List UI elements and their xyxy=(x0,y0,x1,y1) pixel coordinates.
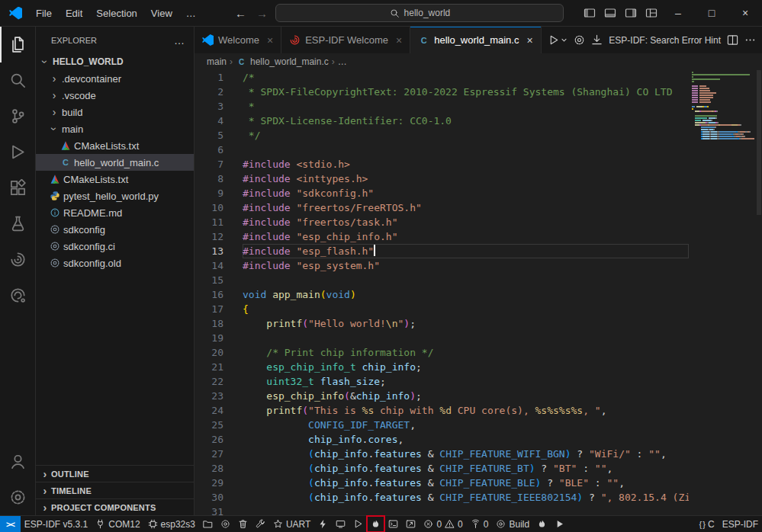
activity-accounts[interactable] xyxy=(0,444,35,479)
status-remote-indicator[interactable]: >< xyxy=(0,516,21,532)
tree-item-cmakelists-txt[interactable]: CMakeLists.txt xyxy=(36,137,194,154)
status-current-project[interactable] xyxy=(199,516,217,532)
tree-item-sdkconfig-ci[interactable]: sdkconfig.ci xyxy=(36,238,194,255)
code-line-7[interactable]: 7#include <stdio.h> xyxy=(195,157,689,171)
editor-scrollbar[interactable] xyxy=(756,70,762,515)
minimize-button[interactable]: – xyxy=(661,0,695,27)
panel-bottom-toggle[interactable] xyxy=(600,2,620,24)
status-execute-command[interactable] xyxy=(402,516,420,532)
code-line-9[interactable]: 9#include "sdkconfig.h" xyxy=(195,186,689,200)
close-tab-icon[interactable]: × xyxy=(396,34,402,46)
tab-hello-world-main[interactable]: Chello_world_main.c× xyxy=(410,27,541,53)
scrollbar-thumb[interactable] xyxy=(757,70,761,215)
tree-item-cmakelists-txt[interactable]: CMakeLists.txt xyxy=(36,171,194,187)
forward-button[interactable]: → xyxy=(252,7,271,20)
code-line-10[interactable]: 10#include "freertos/FreeRTOS.h" xyxy=(195,200,689,215)
activity-esp-idf[interactable] xyxy=(0,277,35,313)
code-line-1[interactable]: 1/* xyxy=(195,70,689,85)
code-line-20[interactable]: 20 /* Print chip information */ xyxy=(195,345,689,360)
panel-left-toggle[interactable] xyxy=(579,2,600,24)
status-idf-terminal[interactable] xyxy=(384,516,402,532)
activity-explorer[interactable] xyxy=(0,27,35,62)
code-line-27[interactable]: 27 (chip_info.features & CHIP_FEATURE_WI… xyxy=(195,447,689,461)
menu-more[interactable]: … xyxy=(179,8,203,19)
tree-item-sdkconfig[interactable]: sdkconfig xyxy=(36,221,194,238)
code-line-30[interactable]: 30 (chip_info.features & CHIP_FEATURE_IE… xyxy=(195,490,689,505)
tree-item-build[interactable]: ›build xyxy=(36,104,194,120)
minimap[interactable] xyxy=(689,70,762,515)
status-build-task[interactable]: Build xyxy=(492,516,533,532)
status-espidf-version[interactable]: ESP-IDF v5.3.1 xyxy=(21,516,92,532)
code-line-8[interactable]: 8#include <inttypes.h> xyxy=(195,171,689,186)
status-menuconfig[interactable] xyxy=(217,516,234,532)
code-line-4[interactable]: 4 * SPDX-License-Identifier: CC0-1.0 xyxy=(195,114,689,128)
code-line-21[interactable]: 21 esp_chip_info_t chip_info; xyxy=(195,360,689,374)
command-center-search[interactable]: hello_world xyxy=(275,4,564,22)
code-line-18[interactable]: 18 printf("Hello world!\n"); xyxy=(195,316,689,331)
breadcrumb-item[interactable]: … xyxy=(338,56,347,67)
code-line-23[interactable]: 23 esp_chip_info(&chip_info); xyxy=(195,389,689,403)
breadcrumb-item[interactable]: Chello_world_main.c xyxy=(236,56,329,67)
code-line-17[interactable]: 17{ xyxy=(195,302,689,316)
menu-view[interactable]: View xyxy=(144,8,179,19)
activity-settings[interactable] xyxy=(0,479,35,515)
status-problems[interactable]: 00 xyxy=(420,516,466,532)
code-line-16[interactable]: 16void app_main(void) xyxy=(195,287,689,302)
status-extension-status[interactable]: ESP-IDF xyxy=(719,516,762,532)
tree-item-hello-world-main-c[interactable]: Chello_world_main.c xyxy=(36,154,194,171)
status-build-flash-monitor[interactable] xyxy=(367,516,384,532)
menu-file[interactable]: File xyxy=(29,8,59,19)
tree-item-sdkconfig-old[interactable]: sdkconfig.old xyxy=(36,255,194,271)
status-build-project[interactable] xyxy=(252,516,269,532)
search-error-hint-button[interactable]: ESP-IDF: Search Error Hint xyxy=(609,35,721,46)
activity-search[interactable] xyxy=(0,62,35,98)
run-file-button[interactable] xyxy=(548,34,567,46)
code-line-6[interactable]: 6 xyxy=(195,143,689,157)
code-line-31[interactable]: 31 xyxy=(195,505,689,515)
tree-item--vscode[interactable]: ›.vscode xyxy=(36,87,194,104)
code-line-12[interactable]: 12#include "esp_chip_info.h" xyxy=(195,229,689,244)
status-language-mode[interactable]: { }C xyxy=(696,516,719,532)
layout-toggle[interactable] xyxy=(641,2,661,24)
code-line-11[interactable]: 11#include "freertos/task.h" xyxy=(195,215,689,229)
split-editor-button[interactable] xyxy=(727,34,738,46)
tree-item-main[interactable]: ›main xyxy=(36,120,194,137)
code-line-26[interactable]: 26 chip_info.cores, xyxy=(195,432,689,447)
menu-edit[interactable]: Edit xyxy=(59,8,89,19)
status-device-target[interactable]: esp32s3 xyxy=(144,516,199,532)
back-button[interactable]: ← xyxy=(231,7,249,20)
section-outline[interactable]: ›OUTLINE xyxy=(36,465,194,482)
breadcrumb-item[interactable]: main xyxy=(207,56,227,67)
status-run-task[interactable] xyxy=(551,516,568,532)
status-full-clean[interactable] xyxy=(234,516,252,532)
code-line-2[interactable]: 2 * SPDX-FileCopyrightText: 2010-2022 Es… xyxy=(195,85,689,99)
tree-item-pytest-hello-world-py[interactable]: pytest_hello_world.py xyxy=(36,187,194,204)
more-actions-button[interactable] xyxy=(744,34,756,46)
close-tab-icon[interactable]: × xyxy=(267,34,273,46)
code-line-19[interactable]: 19 xyxy=(195,331,689,345)
code-line-24[interactable]: 24 printf("This is %s chip with %d CPU c… xyxy=(195,403,689,418)
code-line-25[interactable]: 25 CONFIG_IDF_TARGET, xyxy=(195,418,689,432)
code-line-13[interactable]: 13#include "esp_flash.h" xyxy=(195,244,689,258)
section-timeline[interactable]: ›TIMELINE xyxy=(36,482,194,498)
code-line-22[interactable]: 22 uint32_t flash_size; xyxy=(195,374,689,389)
tree-item-hello-world[interactable]: ›HELLO_WORLD xyxy=(36,53,194,70)
status-monitor-device[interactable] xyxy=(332,516,349,532)
tab-espidf-welcome[interactable]: ESP-IDF Welcome× xyxy=(281,27,410,53)
menu-selection[interactable]: Selection xyxy=(89,8,143,19)
status-ports[interactable]: 0 xyxy=(467,516,493,532)
tab-welcome[interactable]: Welcome× xyxy=(195,27,281,53)
status-flash-task[interactable] xyxy=(533,516,551,532)
close-tab-icon[interactable]: × xyxy=(526,34,532,46)
code-lines[interactable]: 1/*2 * SPDX-FileCopyrightText: 2010-2022… xyxy=(195,70,689,515)
code-line-28[interactable]: 28 (chip_info.features & CHIP_FEATURE_BT… xyxy=(195,461,689,476)
activity-source-control[interactable] xyxy=(0,98,35,134)
idf-settings-button[interactable] xyxy=(574,34,585,46)
code-line-14[interactable]: 14#include "esp_system.h" xyxy=(195,258,689,273)
activity-extensions[interactable] xyxy=(0,170,35,206)
close-button[interactable]: × xyxy=(728,0,762,27)
status-serial-port[interactable]: COM12 xyxy=(92,516,143,532)
status-flash-method[interactable]: UART xyxy=(269,516,314,532)
status-debug[interactable] xyxy=(349,516,367,532)
activity-run-debug[interactable] xyxy=(0,134,35,170)
